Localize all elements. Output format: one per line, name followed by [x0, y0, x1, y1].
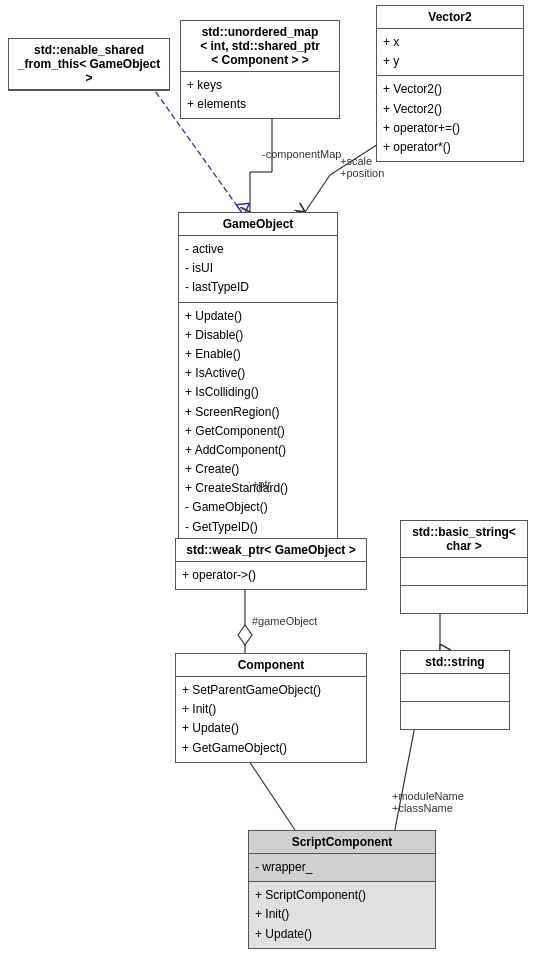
std-string-box: std::string — [400, 650, 510, 730]
weak-ptr-box: std::weak_ptr< GameObject > + operator->… — [175, 538, 367, 590]
script-component-fields: - wrapper_ — [249, 854, 435, 882]
module-class-label: +moduleName+className — [392, 790, 464, 814]
weak-ptr-methods: + operator->() — [176, 562, 366, 589]
basic-string-title: std::basic_string<char > — [401, 521, 527, 558]
vector2-title: Vector2 — [377, 6, 523, 29]
diagram-container: std::enable_shared_from_this< GameObject… — [0, 0, 536, 956]
ptr-label: +ptr — [252, 478, 271, 490]
component-map-label: -componentMap — [262, 148, 342, 160]
scale-position-label: +scale+position — [340, 155, 384, 179]
gameobject-label: #gameObject — [252, 615, 317, 627]
svg-line-21 — [245, 755, 295, 830]
enable-shared-title: std::enable_shared_from_this< GameObject… — [9, 39, 169, 90]
script-component-box: ScriptComponent - wrapper_ + ScriptCompo… — [248, 830, 436, 949]
svg-marker-18 — [238, 625, 252, 645]
gameobject-fields: - active - isUI - lastTypeID — [179, 236, 337, 303]
component-box: Component + SetParentGameObject() + Init… — [175, 653, 367, 763]
weak-ptr-title: std::weak_ptr< GameObject > — [176, 539, 366, 562]
svg-line-13 — [305, 175, 330, 212]
vector2-methods: + Vector2() + Vector2() + operator+=() +… — [377, 76, 523, 161]
unordered-map-box: std::unordered_map< int, std::shared_ptr… — [180, 20, 340, 119]
unordered-map-members: + keys + elements — [181, 72, 339, 118]
basic-string-s2 — [401, 586, 527, 613]
vector2-fields: + x + y — [377, 29, 523, 76]
script-component-methods: + ScriptComponent() + Init() + Update() — [249, 882, 435, 948]
basic-string-s1 — [401, 558, 527, 586]
gameobject-box: GameObject - active - isUI - lastTypeID … — [178, 212, 338, 542]
component-methods: + SetParentGameObject() + Init() + Updat… — [176, 677, 366, 762]
std-string-s2 — [401, 702, 509, 729]
vector2-box: Vector2 + x + y + Vector2() + Vector2() … — [376, 5, 524, 162]
gameobject-title: GameObject — [179, 213, 337, 236]
std-string-s1 — [401, 674, 509, 702]
script-component-title: ScriptComponent — [249, 831, 435, 854]
component-title: Component — [176, 654, 366, 677]
gameobject-methods: + Update() + Disable() + Enable() + IsAc… — [179, 303, 337, 541]
basic-string-box: std::basic_string<char > — [400, 520, 528, 614]
std-string-title: std::string — [401, 651, 509, 674]
unordered-map-title: std::unordered_map< int, std::shared_ptr… — [181, 21, 339, 72]
enable-shared-box: std::enable_shared_from_this< GameObject… — [8, 38, 170, 91]
